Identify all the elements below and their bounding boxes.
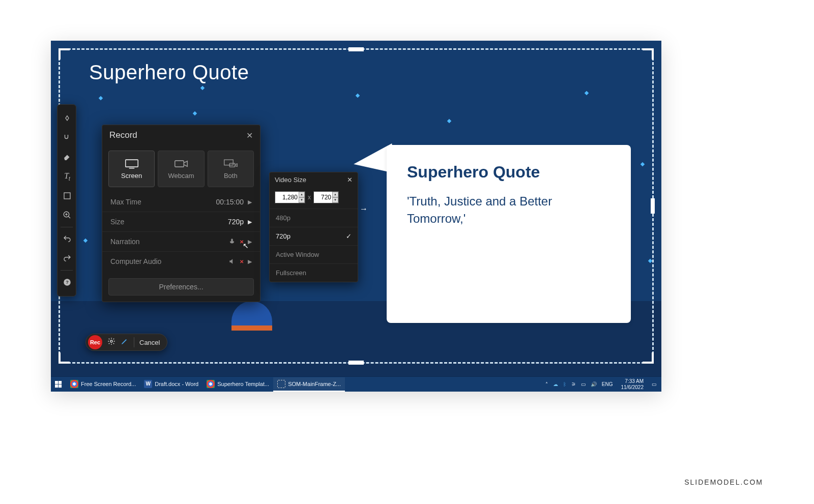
video-size-title: Video Size (275, 176, 306, 184)
taskbar-item-chrome2[interactable]: Superhero Templat... (202, 377, 273, 392)
language-indicator[interactable]: ENG (602, 381, 613, 387)
notifications-icon[interactable]: ▭ (652, 381, 656, 387)
bluetooth-icon[interactable]: ᛒ (563, 381, 566, 387)
size-option-480p[interactable]: 480p (270, 209, 358, 227)
width-value: 1,280 (275, 194, 299, 201)
watermark: SLIDEMODEL.COM (684, 478, 763, 486)
text-tool-icon[interactable]: Tt (57, 167, 77, 186)
svg-point-8 (110, 340, 112, 342)
annotation-palette: Tt ? (57, 104, 76, 297)
chevron-right-icon: ▶ (248, 258, 252, 265)
size-label: Size (110, 218, 124, 226)
chevron-right-icon: ▶ (248, 199, 252, 205)
video-size-popup: Video Size ✕ 1,280 ▲▼ x 720 ▲▼ 480p 720p… (269, 172, 358, 282)
taskbar-item-chrome[interactable]: Free Screen Record... (66, 377, 140, 392)
svg-rect-11 (55, 384, 58, 388)
svg-text:?: ? (66, 280, 69, 285)
taskbar-item-recorder[interactable]: SOM-MainFrame-Z... (273, 377, 345, 392)
chrome-icon (207, 380, 215, 388)
computer-audio-row[interactable]: Computer Audio ✕ ▶ (102, 251, 260, 271)
source-both-label: Both (224, 172, 238, 180)
microphone-icon (228, 238, 236, 245)
clock-time: 7:33 AM (621, 378, 644, 384)
source-webcam-label: Webcam (168, 172, 194, 180)
height-value: 720 (314, 194, 332, 201)
maxtime-row[interactable]: Max Time 00:15:00▶ (102, 192, 260, 212)
taskbar-label: Draft.docx - Word (155, 381, 198, 387)
maxtime-value: 00:15:00 (216, 198, 244, 206)
source-webcam-button[interactable]: Webcam (158, 151, 204, 187)
chevron-right-icon: ▶ (248, 239, 252, 245)
speaker-icon (228, 258, 236, 265)
svg-rect-5 (175, 160, 184, 166)
spinner-icon[interactable]: ▲▼ (332, 192, 338, 203)
source-both-button[interactable]: Both (208, 151, 254, 187)
close-icon[interactable]: ✕ (246, 131, 253, 140)
highlighter-tool-icon[interactable] (57, 128, 77, 147)
start-button[interactable] (51, 377, 66, 392)
record-panel: Record ✕ Screen Webcam Both (102, 125, 260, 302)
clock[interactable]: 7:33 AM 11/6/2022 (618, 378, 647, 391)
record-control-bar: Rec Cancel (85, 334, 167, 351)
pen-tool-icon[interactable] (57, 109, 77, 128)
svg-rect-12 (59, 384, 62, 388)
tray-chevron-icon[interactable]: ˄ (545, 381, 548, 387)
chevron-right-icon: ▶ (248, 219, 252, 225)
arrow-right-icon[interactable]: → (360, 204, 369, 214)
dimension-separator: x (308, 194, 311, 201)
maxtime-label: Max Time (110, 198, 141, 206)
close-icon[interactable]: ✕ (347, 176, 353, 184)
source-screen-label: Screen (121, 172, 142, 180)
help-icon[interactable]: ? (57, 273, 77, 292)
record-button[interactable]: Rec (88, 335, 102, 349)
slide-title: Superhero Quote (89, 61, 249, 84)
computer-audio-label: Computer Audio (110, 257, 161, 265)
width-input[interactable]: 1,280 ▲▼ (275, 191, 305, 203)
windows-taskbar: Free Screen Record... W Draft.docx - Wor… (51, 376, 661, 392)
narration-row[interactable]: Narration ✕ ▶ (102, 231, 260, 251)
height-input[interactable]: 720 ▲▼ (313, 191, 339, 203)
pencil-icon[interactable] (121, 337, 129, 347)
redo-icon[interactable] (57, 249, 77, 268)
narration-label: Narration (110, 238, 140, 246)
zoom-tool-icon[interactable] (57, 205, 77, 225)
check-icon: ✓ (346, 232, 352, 240)
size-option-active-window[interactable]: Active Window (270, 245, 358, 263)
card-body: 'Truth, Justice and a Better Tomorrow,' (407, 193, 610, 227)
size-option-fullscreen[interactable]: Fullscreen (270, 263, 358, 282)
undo-icon[interactable] (57, 229, 77, 249)
svg-rect-0 (64, 193, 70, 199)
shape-tool-icon[interactable] (57, 186, 77, 205)
quote-card: Superhero Quote 'Truth, Justice and a Be… (387, 145, 631, 323)
record-panel-title: Record (109, 130, 137, 140)
word-icon: W (144, 380, 152, 388)
disabled-x-icon: ✕ (240, 239, 244, 245)
size-value: 720p (228, 218, 244, 226)
svg-rect-6 (224, 160, 234, 165)
card-heading: Superhero Quote (407, 163, 610, 182)
gear-icon[interactable] (107, 337, 115, 347)
svg-rect-10 (59, 381, 62, 384)
battery-icon[interactable]: ▭ (581, 381, 586, 387)
taskbar-label: SOM-MainFrame-Z... (288, 381, 341, 387)
clock-date: 11/6/2022 (621, 384, 644, 391)
wifi-icon[interactable]: ⚞ (571, 381, 576, 387)
svg-rect-9 (55, 381, 58, 384)
recorder-icon (277, 380, 285, 388)
size-option-720p[interactable]: 720p✓ (270, 227, 358, 245)
taskbar-item-word[interactable]: W Draft.docx - Word (140, 377, 202, 392)
taskbar-label: Superhero Templat... (217, 381, 269, 387)
chrome-icon (70, 380, 78, 388)
volume-icon[interactable]: 🔊 (591, 381, 597, 387)
disabled-x-icon: ✕ (240, 259, 244, 264)
desktop-background: Superhero Quote Superhero Quote 'Truth, … (51, 41, 661, 392)
onedrive-icon[interactable]: ☁ (553, 381, 558, 387)
spinner-icon[interactable]: ▲▼ (299, 192, 305, 203)
eraser-tool-icon[interactable] (57, 147, 77, 167)
preferences-button[interactable]: Preferences... (108, 278, 254, 295)
size-row[interactable]: Size 720p▶ (102, 212, 260, 231)
source-screen-button[interactable]: Screen (108, 151, 155, 187)
cancel-button[interactable]: Cancel (139, 339, 160, 346)
taskbar-label: Free Screen Record... (81, 381, 136, 387)
svg-rect-4 (125, 160, 138, 167)
